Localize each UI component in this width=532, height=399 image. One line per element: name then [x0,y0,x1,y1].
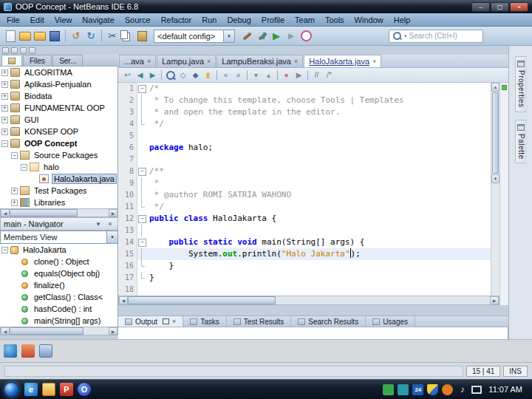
fold-toggle-icon[interactable] [137,213,146,225]
menu-help[interactable]: Help [389,14,416,26]
close-tab-icon[interactable]: × [147,58,151,65]
scroll-right-icon[interactable] [490,296,499,304]
code-line-8[interactable]: 8/** [118,166,491,177]
menu-refactor[interactable]: Refactor [156,14,197,26]
scrollbar-thumb[interactable] [10,209,78,216]
run-project-icon[interactable]: ▶ [269,29,284,44]
code-line-15[interactable]: 15 System.out.println("Halo Jakarta"); [118,248,491,260]
chevron-down-icon[interactable]: ▾ [94,220,103,228]
close-tab-icon[interactable]: × [294,58,298,65]
expand-toggle-icon[interactable]: + [1,93,8,100]
code-line-16[interactable]: 16 } [118,260,491,272]
project-item-source-packages[interactable]: −Source Packages [0,149,117,161]
expand-toggle-icon[interactable]: + [1,81,8,88]
code-line-5[interactable]: 5 [118,130,491,142]
close-panel-icon[interactable]: × [172,318,176,324]
search-box[interactable]: ▾ Search (Ctrl+I) [389,30,483,43]
navigator-item-getclass-class[interactable]: getClass() : Class< [0,291,117,303]
expand-toggle-icon[interactable]: + [11,188,18,194]
project-item-halo[interactable]: −halo [0,161,117,173]
usages-tab[interactable]: Usages [366,316,415,327]
scrollbar-thumb[interactable] [492,92,499,174]
menu-window[interactable]: Window [349,14,389,26]
project-item-libraries[interactable]: +Libraries [0,197,117,208]
navigator-item-hashcode-int[interactable]: hashCode() : int [0,303,117,315]
navigator-item-equals-object-obj[interactable]: equals(Object obj) [0,267,117,279]
code-line-1[interactable]: 1/* [118,83,491,95]
close-button[interactable]: × [510,2,528,12]
navigator-horizontal-scrollbar[interactable] [0,327,118,335]
navigator-item-clone-object[interactable]: clone() : Object [0,256,117,267]
record-macro-icon[interactable]: ● [280,69,293,81]
code-line-2[interactable]: 2 * To change this template, choose Tool… [118,95,491,106]
scroll-left-icon[interactable] [1,209,10,216]
code-line-10[interactable]: 10 * @author ROMI SATRIA WAHONO [118,189,491,201]
projects-tab[interactable] [1,55,22,66]
expand-toggle-icon[interactable]: + [1,105,8,112]
pdf-reader-icon[interactable]: P [60,383,73,396]
tray-date-icon[interactable]: 24 [412,384,423,395]
tray-update-icon[interactable] [442,384,453,395]
new-file-icon[interactable] [3,29,18,44]
tab-lampuberaksi-java[interactable]: LampuBeraksi.java× [216,55,303,67]
scroll-up-icon[interactable] [491,83,499,92]
maximize-button[interactable]: ▢ [491,2,509,12]
navigator-item-halojakarta[interactable]: −HaloJakarta [0,244,117,256]
redo-icon[interactable]: ↻ [83,29,98,44]
projects-horizontal-scrollbar[interactable] [0,208,118,217]
float-window-icon[interactable] [163,318,169,324]
editor-vertical-scrollbar[interactable] [491,83,499,296]
scrollbar-track[interactable] [10,209,109,216]
build-project-icon[interactable] [239,29,254,44]
mini-button-1[interactable] [2,47,9,54]
forward-icon[interactable]: ▶ [146,69,159,81]
internet-browser-icon[interactable]: e [24,383,38,396]
fold-toggle-icon[interactable] [137,83,146,95]
collapse-toggle-icon[interactable]: − [1,247,8,253]
menu-view[interactable]: View [50,14,78,26]
project-item-fundamental-oop[interactable]: +FUNDAMENTAL OOP [0,102,117,114]
find-next-icon[interactable]: ◇ [177,69,189,81]
editor-horizontal-scrollbar[interactable] [118,296,499,305]
fold-toggle-icon[interactable] [137,166,146,177]
copy-icon[interactable] [120,29,134,44]
previous-error-icon[interactable]: ▴ [262,69,275,81]
properties-tab[interactable]: Properties [515,56,527,112]
collapse-toggle-icon[interactable]: − [1,140,8,147]
navigator-item-finalize[interactable]: finalize() [0,279,117,291]
palette-tab[interactable]: Palette [515,120,527,164]
fold-toggle-icon[interactable] [137,236,146,248]
code-editor[interactable]: 1/*2 * To change this template, choose T… [118,83,508,305]
profile-project-icon[interactable] [299,29,313,44]
navigator-header[interactable]: main - Navigator ▾ × [0,217,118,231]
undo-icon[interactable]: ↺ [69,29,83,44]
project-item-gui[interactable]: +GUI [0,114,117,126]
navigator-item-main-string-args[interactable]: main(String[] args) [0,315,117,327]
menu-profile[interactable]: Profile [256,14,290,26]
menu-navigate[interactable]: Navigate [77,14,119,26]
close-tab-icon[interactable]: × [207,58,211,65]
scrollbar-thumb[interactable] [10,327,83,335]
last-edit-icon[interactable]: ↩ [121,69,134,81]
code-line-11[interactable]: 11 */ [118,201,491,213]
uncomment-icon[interactable]: /* [323,69,335,81]
tasks-tab[interactable]: Tasks [183,316,227,327]
code-line-4[interactable]: 4 */ [118,118,491,130]
menu-tools[interactable]: Tools [320,14,349,26]
scroll-right-icon[interactable] [109,209,117,216]
minimize-button[interactable]: – [471,2,490,12]
project-item-aplikasi-penjualan[interactable]: +Aplikasi-Penjualan [0,78,117,90]
project-item-algoritma[interactable]: +ALGORITMA [0,66,117,78]
services-tab[interactable]: Ser... [52,55,83,66]
titlebar[interactable]: OOP Concept - NetBeans IDE 6.8 – ▢ × [0,0,532,13]
menu-debug[interactable]: Debug [222,14,256,26]
tray-security-shield-icon[interactable] [427,384,438,395]
clean-build-project-icon[interactable] [254,29,269,44]
project-item-oop-concept[interactable]: −OOP Concept [0,137,117,149]
expand-toggle-icon[interactable]: + [1,117,8,123]
menu-file[interactable]: File [1,14,25,26]
files-tab[interactable]: Files [23,55,52,66]
tray-volume-icon[interactable]: ♪ [457,384,468,395]
scroll-left-icon[interactable] [1,327,10,335]
navigator-view-dropdown[interactable]: Members View ▾ [0,231,118,244]
